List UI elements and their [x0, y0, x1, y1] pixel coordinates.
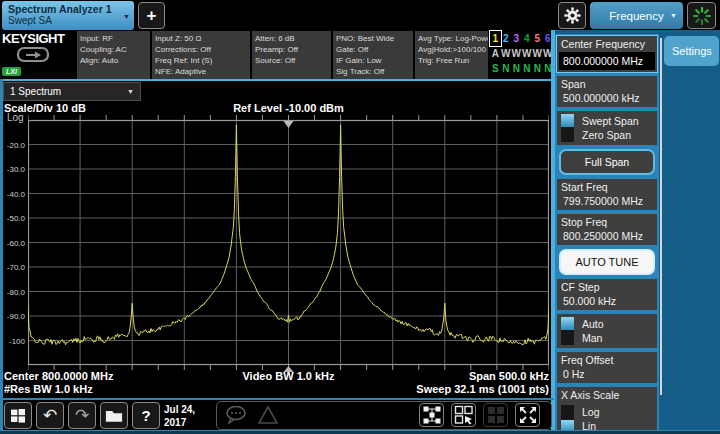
redo-icon: ↷ [75, 405, 89, 426]
center-freq-marker-top [284, 121, 294, 128]
chevron-down-icon: ▼ [123, 13, 130, 20]
x-axis-scale-slider[interactable] [561, 405, 574, 433]
info-panel-inputz[interactable]: Input Z: 50 ΩCorrections: OffFreq Ref: I… [152, 31, 250, 79]
stop-freq-control[interactable]: Stop Freq 800.250000 MHz [557, 214, 657, 245]
window-selector-dropdown[interactable]: 1 Spectrum ▼ [3, 82, 141, 101]
system-settings-button[interactable] [558, 2, 586, 29]
chevron-down-icon: ▼ [670, 12, 677, 19]
info-panel-input[interactable]: Input: RFCoupling: ACAlign: Auto [77, 31, 150, 79]
y-tick-label: -100 [0, 337, 25, 346]
file-explorer-button[interactable] [100, 402, 128, 429]
tab-settings[interactable]: Settings [664, 36, 719, 66]
trace-detector-4: N [522, 61, 533, 76]
info-line: Avg|Hold:>100/100 [418, 44, 485, 55]
window-border-top [0, 79, 554, 81]
split-view-button [483, 403, 508, 427]
center-frequency-control[interactable]: Center Frequency 800.000000 MHz [557, 36, 657, 72]
cf-step-mode-slider[interactable] [561, 317, 574, 345]
clock-date: Jul 24, 2017 [164, 403, 214, 429]
trace-type-1: A [490, 46, 501, 61]
info-panel-pno[interactable]: PNO: Best WideGate: OffIF Gain: LowSig T… [333, 31, 413, 79]
info-line: Align: Auto [80, 55, 147, 66]
y-tick-label: -50.0 [0, 214, 25, 223]
info-line: Source: Off [255, 55, 328, 66]
start-freq-control[interactable]: Start Freq 799.750000 MHz [557, 179, 657, 210]
windows-start-button[interactable] [4, 402, 32, 429]
info-panel-atten[interactable]: Atten: 6 dBPreamp: OffSource: Off [252, 31, 331, 79]
cf-step-mode-toggle[interactable]: Auto Man [557, 314, 657, 348]
freq-offset-label: Freq Offset [561, 354, 653, 367]
span-value[interactable]: 500.000000 kHz [561, 91, 653, 105]
start-freq-value[interactable]: 799.750000 MHz [561, 194, 653, 208]
span-mode-toggle[interactable]: Swept Span Zero Span [557, 111, 657, 145]
cf-step-control[interactable]: CF Step 50.000 kHz [557, 279, 657, 310]
active-menu-label: Frequency [609, 10, 663, 22]
annotation-sweep: Sweep 32.1 ms (1001 pts) [28, 383, 549, 395]
cf-step-mode-option-auto[interactable]: Auto [582, 317, 604, 331]
brand-logo-text: KEYSIGHT [2, 31, 76, 46]
active-menu-dropdown[interactable]: Frequency ▼ [590, 2, 683, 29]
info-line: Gate: Off [336, 44, 410, 55]
help-button[interactable]: ? [132, 402, 160, 429]
freq-offset-value[interactable]: 0 Hz [561, 367, 653, 381]
trace-status-legend[interactable]: 123456AWWWWWSNNNNN [490, 31, 554, 79]
measurement-tab-title: Spectrum Analyzer 1 [8, 3, 120, 15]
center-frequency-value[interactable]: 800.000000 MHz [559, 52, 655, 70]
fullscreen-button[interactable] [515, 403, 540, 427]
trace-legend-row: SNNNNN [490, 61, 554, 76]
marker-tool-button[interactable] [255, 403, 280, 427]
new-tab-button[interactable]: + [138, 2, 165, 29]
cf-step-mode-option-man[interactable]: Man [582, 331, 604, 345]
info-panel-avg[interactable]: Avg Type: Log-PowerAvg|Hold:>100/100Trig… [415, 31, 488, 79]
window-border-left [0, 79, 3, 430]
undo-button[interactable]: ↶ [36, 402, 64, 429]
center-frequency-label: Center Frequency [561, 38, 653, 51]
span-mode-option-zero[interactable]: Zero Span [582, 128, 639, 142]
auto-tune-button[interactable]: AUTO TUNE [559, 249, 655, 275]
cf-step-value[interactable]: 50.000 kHz [561, 294, 653, 308]
keysight-bubble-icon [16, 46, 50, 64]
annotation-note-button[interactable] [223, 403, 248, 427]
spectrum-plot[interactable] [28, 112, 549, 374]
sidebar-scrollbar[interactable] [660, 38, 662, 395]
window-border-bottom [0, 430, 720, 434]
x-axis-scale-control[interactable]: X Axis Scale Log Lin [557, 387, 657, 434]
arrange-windows-button[interactable] [419, 403, 444, 427]
speech-bubble-icon [224, 404, 248, 426]
y-tick-label: -80.0 [0, 288, 25, 297]
help-icon: ? [141, 407, 150, 424]
info-line: Corrections: Off [155, 44, 247, 55]
layout-grid-icon [422, 405, 442, 425]
trace-number-5: 5 [532, 31, 543, 46]
stop-freq-value[interactable]: 800.250000 MHz [561, 229, 653, 243]
span-label: Span [561, 78, 653, 91]
brand-block: KEYSIGHT LXI [2, 31, 76, 79]
measurement-tab[interactable]: Spectrum Analyzer 1 Swept SA ▼ [2, 1, 134, 30]
y-tick-label: -40.0 [0, 190, 25, 199]
undo-icon: ↶ [43, 405, 57, 426]
info-line: Atten: 6 dB [255, 33, 328, 44]
info-line: IF Gain: Low [336, 55, 410, 66]
x-axis-scale-option-log[interactable]: Log [582, 405, 600, 419]
trace-type-3: W [511, 46, 522, 61]
info-line: NFE: Adaptive [155, 66, 247, 77]
freq-offset-control[interactable]: Freq Offset 0 Hz [557, 352, 657, 383]
windows-logo-icon [10, 408, 26, 424]
sidebar-menu-panel: Center Frequency 800.000000 MHz Span 500… [555, 34, 659, 434]
busy-indicator-button [687, 2, 716, 29]
span-mode-slider[interactable] [561, 114, 574, 142]
touch-select-button[interactable] [451, 403, 476, 427]
sidebar-separator [551, 79, 555, 430]
x-axis-scale-label: X Axis Scale [561, 389, 653, 402]
span-control[interactable]: Span 500.000000 kHz [557, 76, 657, 107]
trace-legend-row: AWWWWW [490, 46, 554, 61]
span-mode-option-swept[interactable]: Swept Span [582, 114, 639, 128]
info-line: Coupling: AC [80, 44, 147, 55]
redo-button[interactable]: ↷ [68, 402, 96, 429]
window-panes-icon [486, 405, 506, 425]
full-span-button[interactable]: Full Span [559, 149, 655, 175]
trace-legend-row: 123456 [490, 31, 554, 46]
taskbar-tray [216, 401, 552, 430]
trace-type-5: W [532, 46, 543, 61]
triangle-outline-icon [256, 404, 280, 426]
